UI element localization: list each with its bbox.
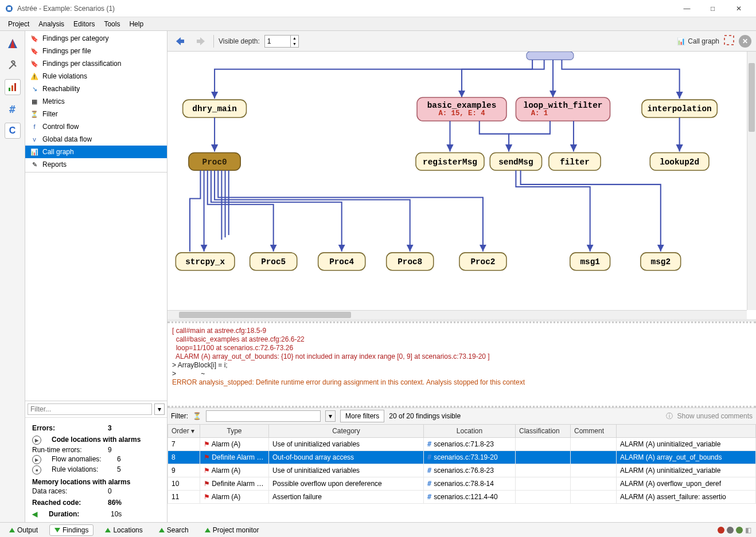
tag-icon: 🔖	[30, 34, 39, 43]
table-row[interactable]: 11⚑ Alarm (A)Assertion failure#scenarios…	[168, 491, 756, 504]
node-msg2[interactable]: msg2	[641, 253, 681, 271]
nav-reachability[interactable]: ↘Reachability	[25, 83, 167, 95]
col-comment[interactable]: Comment	[571, 425, 617, 438]
menu-analysis[interactable]: Analysis	[34, 18, 69, 30]
maximize-button[interactable]: □	[700, 0, 726, 17]
nav-call-graph[interactable]: 📊Call graph	[25, 146, 167, 158]
titlebar: Astrée - Example: Scenarios (1) — □ ✕	[0, 0, 756, 17]
menu-editors[interactable]: Editors	[69, 18, 99, 30]
results-icon[interactable]	[5, 79, 21, 95]
col-location[interactable]: Location	[424, 425, 516, 438]
stop-icon[interactable]: ■	[32, 465, 41, 475]
node-lookup2d[interactable]: lookup2d	[650, 152, 709, 170]
detach-icon[interactable]: ◧	[745, 526, 751, 534]
svg-text:Proc8: Proc8	[398, 257, 422, 266]
findings-table-wrap[interactable]: Order ▾ Type Category Location Classific…	[167, 424, 756, 522]
show-unused-button[interactable]: Show unused comments	[677, 412, 753, 420]
nav-filter[interactable]: ⏳Filter	[25, 108, 167, 120]
nav-reports[interactable]: ✎Reports	[25, 158, 167, 171]
wrench-icon[interactable]	[5, 57, 21, 73]
tab-search[interactable]: Search	[154, 525, 193, 535]
nav-fwd-button[interactable]	[193, 34, 209, 48]
findings-filter-input[interactable]	[206, 410, 321, 422]
node-proc5[interactable]: Proc5	[250, 253, 297, 271]
dropdown-icon[interactable]: ▾	[154, 403, 165, 415]
call-graph-canvas[interactable]: dhry_main basic_examplesA: 15, E: 4 loop…	[167, 52, 756, 322]
nav-findings-file[interactable]: 🔖Findings per file	[25, 45, 167, 57]
analysis-log[interactable]: [ call#main at astree.cfg:18.5-9 call#ba…	[167, 322, 756, 407]
fullscreen-button[interactable]	[724, 35, 734, 47]
spin-up-icon[interactable]: ▲	[290, 36, 298, 41]
tab-project-monitor[interactable]: Project monitor	[200, 525, 264, 535]
nav-rule-violations[interactable]: ⚠️Rule violations	[25, 70, 167, 83]
close-button[interactable]: ✕	[726, 0, 751, 17]
svg-text:interpolation: interpolation	[648, 104, 712, 113]
c-icon[interactable]: C	[5, 123, 21, 139]
svg-rect-5	[11, 85, 13, 91]
graph-vscroll[interactable]	[747, 52, 756, 310]
play-icon-2[interactable]: ▶	[32, 455, 41, 464]
node-interpolation[interactable]: interpolation	[642, 100, 717, 117]
tab-findings[interactable]: Findings	[49, 524, 93, 536]
svg-rect-10	[197, 40, 201, 43]
menu-tools[interactable]: Tools	[99, 18, 124, 30]
errors-label: Errors:	[32, 424, 101, 432]
node-proc8[interactable]: Proc8	[387, 253, 434, 271]
spin-down-icon[interactable]: ▼	[290, 41, 298, 47]
node-proc0[interactable]: Proc0	[189, 152, 240, 170]
visible-depth-spinner[interactable]: 1 ▲▼	[264, 35, 299, 48]
view-label: 📊 Call graph	[677, 37, 719, 45]
menu-help[interactable]: Help	[124, 18, 148, 30]
menu-project[interactable]: Project	[3, 18, 34, 30]
nav-findings-classification[interactable]: 🔖Findings per classification	[25, 57, 167, 70]
nav-global-data-flow[interactable]: vGlobal data flow	[25, 133, 167, 146]
callgraph-icon: 📊	[30, 147, 39, 156]
node-strcpy-x[interactable]: strcpy_x	[176, 253, 235, 271]
table-row[interactable]: 9⚑ Alarm (A)Use of uninitialized variabl…	[168, 464, 756, 477]
node-proc4[interactable]: Proc4	[318, 253, 365, 271]
reached-label: Reached code:	[32, 499, 101, 507]
nav-control-flow[interactable]: fControl flow	[25, 120, 167, 133]
sort-icon: ▾	[191, 427, 194, 435]
col-category[interactable]: Category	[269, 425, 424, 438]
col-type[interactable]: Type	[200, 425, 269, 438]
visible-depth-value: 1	[267, 37, 271, 45]
node-basic-examples[interactable]: basic_examplesA: 15, E: 4	[417, 97, 506, 121]
col-classification[interactable]: Classification	[516, 425, 571, 438]
graph-hscroll[interactable]	[167, 310, 747, 319]
node-dhry-main[interactable]: dhry_main	[183, 100, 247, 117]
overview-icon[interactable]	[5, 36, 21, 52]
shield-icon: ⚠️	[30, 72, 39, 81]
node-loop-with-filter[interactable]: loop_with_filterA: 1	[516, 97, 610, 121]
node-send-msg[interactable]: sendMsg	[490, 152, 541, 170]
grid-icon: ▦	[30, 97, 39, 106]
node-register-msg[interactable]: registerMsg	[416, 152, 484, 170]
col-msg[interactable]	[617, 425, 756, 438]
left-pane: 🔖Findings per category 🔖Findings per fil…	[25, 31, 167, 522]
nav-back-button[interactable]	[172, 34, 188, 48]
sidebar-filter-input[interactable]	[28, 403, 152, 415]
status-dot-red	[718, 527, 724, 534]
tab-output[interactable]: Output	[5, 525, 42, 535]
nav-findings-category[interactable]: 🔖Findings per category	[25, 32, 167, 45]
table-row[interactable]: 10⚑ Definite Alarm (A)Possible overflow …	[168, 477, 756, 491]
back-icon[interactable]: ◀	[32, 510, 37, 518]
close-view-button[interactable]: ✕	[739, 35, 751, 48]
play-icon[interactable]: ▶	[32, 436, 41, 445]
node-proc2[interactable]: Proc2	[459, 253, 506, 271]
errors-value: 3	[108, 424, 112, 432]
node-msg1[interactable]: msg1	[570, 253, 610, 271]
filter-dd-icon[interactable]: ▾	[325, 410, 336, 422]
minimize-button[interactable]: —	[674, 0, 700, 17]
more-filters-button[interactable]: More filters	[340, 410, 384, 422]
node-filter[interactable]: filter	[549, 152, 601, 170]
center-pane: Visible depth: 1 ▲▼ 📊 Call graph ✕	[167, 31, 756, 522]
col-order[interactable]: Order ▾	[168, 425, 200, 438]
nav-metrics[interactable]: ▦Metrics	[25, 95, 167, 108]
table-row[interactable]: 8⚑ Definite Alarm (A)Out-of-bound array …	[168, 451, 756, 464]
hash-icon[interactable]: #	[5, 101, 21, 117]
tab-locations[interactable]: Locations	[100, 525, 147, 535]
svg-text:msg2: msg2	[651, 257, 671, 266]
table-row[interactable]: 7⚑ Alarm (A)Use of uninitialized variabl…	[168, 438, 756, 451]
reach-icon: ↘	[30, 84, 39, 93]
